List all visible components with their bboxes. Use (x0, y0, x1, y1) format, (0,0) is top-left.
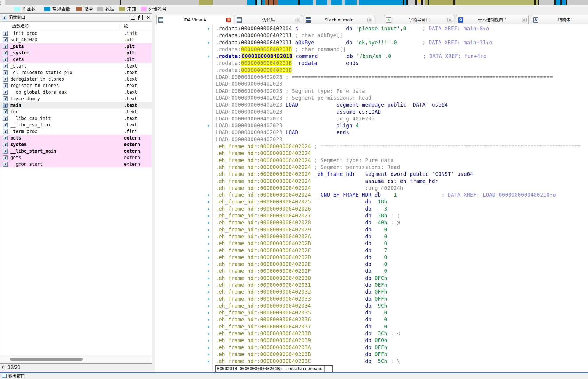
function-row[interactable]: f__gmon_start__extern (0, 161, 152, 167)
disasm-line[interactable]: .eh_frame_hdr:0000000000402028 db 40h ; … (155, 219, 588, 226)
disasm-line[interactable]: .eh_frame_hdr:000000000040203B db 0FFh (155, 351, 588, 358)
disasm-line[interactable]: .eh_frame_hdr:0000000000402030 db 0FCh (155, 275, 588, 282)
function-name[interactable]: system (10, 141, 26, 148)
function-name[interactable]: gets (10, 154, 21, 161)
function-row[interactable]: fsub_401020.plt (0, 37, 152, 43)
function-name[interactable]: deregister_tm_clones (10, 76, 64, 82)
tab-close-icon[interactable]: ✕ (226, 18, 231, 22)
navband-segment[interactable] (316, 0, 327, 5)
tab-close-icon[interactable]: ✕ (522, 18, 527, 22)
function-row[interactable]: fgetsextern (0, 154, 152, 161)
navband-segment[interactable] (345, 0, 357, 5)
disasm-line[interactable]: .eh_frame_hdr:0000000000402024 ;org 4020… (155, 185, 588, 192)
tab-close-icon[interactable]: ✕ (367, 18, 372, 22)
disassembly-view[interactable]: .rodata:0000000000402004 s db 'please in… (155, 24, 588, 372)
maximize-icon[interactable] (131, 16, 135, 20)
navband-segment[interactable] (331, 0, 342, 5)
disasm-line[interactable]: .eh_frame_hdr:0000000000402024 ; Segment… (155, 157, 588, 164)
disasm-line[interactable]: LOAD:0000000000402023 assume cs:LOAD (155, 109, 588, 115)
disasm-line[interactable]: .rodata:000000000040201B _rodata ends (155, 60, 588, 67)
tab-structs[interactable]: A结构体 (531, 15, 588, 24)
navigation-band[interactable] (5, 0, 588, 5)
function-name[interactable]: _dl_relocate_static_pie (10, 69, 72, 76)
disasm-line[interactable]: .rodata:000000000040201B ; char command[… (155, 46, 588, 53)
function-name[interactable]: _puts (10, 43, 24, 50)
function-name[interactable]: __gmon_start__ (10, 161, 48, 167)
navband-segment[interactable] (278, 0, 298, 5)
function-row[interactable]: f_dl_relocate_static_pie.text (0, 69, 152, 76)
tab-label[interactable]: 十六进制视图-1 (464, 17, 521, 23)
disasm-line[interactable]: .eh_frame_hdr:0000000000402025 db 1Bh (155, 198, 588, 205)
function-name[interactable]: register_tm_clones (10, 82, 59, 89)
function-row[interactable]: f__libc_csu_fini.text (0, 122, 152, 128)
function-name[interactable]: fun (10, 109, 18, 115)
function-row[interactable]: fmain.text (0, 102, 152, 109)
disasm-line[interactable]: .eh_frame_hdr:0000000000402027 db 3Bh ; … (155, 212, 588, 219)
function-name[interactable]: sub_401020 (10, 37, 37, 43)
function-row[interactable]: fsystemextern (0, 141, 152, 148)
navband-segment[interactable] (421, 0, 423, 5)
horizontal-scrollbar[interactable] (0, 355, 152, 363)
function-name[interactable]: puts (10, 135, 21, 141)
tab-label[interactable]: IDA View-A (165, 18, 225, 22)
function-name[interactable]: frame_dummy (10, 95, 40, 102)
navband-segment[interactable] (429, 0, 453, 5)
navband-segment[interactable] (274, 0, 278, 5)
function-row[interactable]: f__do_global_dtors_aux.text (0, 89, 152, 95)
function-row[interactable]: f_start.text (0, 63, 152, 69)
disasm-line[interactable]: .eh_frame_hdr:000000000040202C db 7 (155, 247, 588, 254)
navband-segment[interactable] (199, 0, 213, 5)
disasm-line[interactable]: .eh_frame_hdr:0000000000402024 ; =======… (155, 143, 588, 150)
navband-segment[interactable] (566, 0, 567, 5)
float-window-icon[interactable] (138, 16, 143, 20)
function-name[interactable]: main (10, 102, 21, 109)
disasm-line[interactable]: .eh_frame_hdr:0000000000402031 db 0EFh (155, 282, 588, 289)
disasm-line[interactable]: .eh_frame_hdr:000000000040203C db 5Ch ; … (155, 358, 588, 365)
function-row[interactable]: f_system.plt (0, 50, 152, 56)
function-row[interactable]: fregister_tm_clones.text (0, 82, 152, 89)
disasm-line[interactable]: .eh_frame_hdr:000000000040202F db 0 (155, 268, 588, 275)
disasm-line[interactable]: LOAD:0000000000402023 ; Segment permissi… (155, 95, 588, 101)
navband-segment[interactable] (562, 0, 566, 5)
column-header-name[interactable]: 函数名称 (12, 23, 29, 29)
navband-segment[interactable] (327, 0, 331, 5)
disasm-line[interactable]: .rodata:0000000000402004 s db 'please in… (155, 25, 588, 32)
disasm-line[interactable]: .eh_frame_hdr:0000000000402039 db 0F0h (155, 337, 588, 344)
disasm-line[interactable]: LOAD:0000000000402023 align 4 (155, 122, 588, 129)
navband-segment[interactable] (538, 0, 539, 5)
disasm-line[interactable]: .eh_frame_hdr:000000000040202B db 0 (155, 240, 588, 247)
navband-segment[interactable] (300, 0, 313, 5)
disasm-line[interactable]: .eh_frame_hdr:0000000000402034 db 9Ch (155, 303, 588, 309)
disasm-line[interactable]: .rodata:000000000040201B (155, 67, 588, 74)
tab-label[interactable]: 伪代码 (243, 17, 294, 23)
disasm-line[interactable]: .eh_frame_hdr:0000000000402024 assume cs… (155, 178, 588, 185)
function-row[interactable]: f_init_proc.init (0, 30, 152, 37)
functions-list-header[interactable]: 函数名称 段 (0, 22, 152, 30)
disasm-line[interactable]: .eh_frame_hdr:0000000000402037 db 0 (155, 323, 588, 330)
function-name[interactable]: __libc_csu_init (10, 115, 51, 122)
disasm-line[interactable]: .eh_frame_hdr:0000000000402026 db 3 (155, 206, 588, 212)
disasm-line[interactable]: .eh_frame_hdr:0000000000402024 __GNU_EH_… (155, 192, 588, 198)
output-window-bar[interactable]: 输出窗口 (0, 372, 588, 379)
navband-segment[interactable] (556, 0, 560, 5)
disasm-line[interactable]: LOAD:0000000000402023 ; Segment type: Pu… (155, 88, 588, 95)
tab-label[interactable]: 结构体 (539, 17, 588, 23)
disasm-line[interactable]: .eh_frame_hdr:000000000040202E db 0 (155, 261, 588, 268)
tab-label[interactable]: 字符串窗口 (392, 17, 446, 23)
function-row[interactable]: fputsextern (0, 135, 152, 141)
tab-close-icon[interactable]: ✕ (447, 18, 452, 22)
disasm-line[interactable]: .eh_frame_hdr:000000000040202D db 0 (155, 254, 588, 261)
column-header-segment[interactable]: 段 (121, 23, 128, 29)
disasm-line[interactable]: LOAD:0000000000402023 ; ================… (155, 74, 588, 81)
function-row[interactable]: f__libc_start_mainextern (0, 148, 152, 154)
navband-segment[interactable] (425, 0, 428, 5)
function-name[interactable]: _init_proc (10, 30, 37, 37)
disasm-line[interactable]: .eh_frame_hdr:0000000000402024 (155, 150, 588, 157)
disasm-line[interactable]: LOAD:0000000000402023 (155, 81, 588, 87)
disasm-line[interactable]: .rodata:0000000000402011 ; char aOkBye[] (155, 32, 588, 39)
navband-segment[interactable] (357, 0, 359, 5)
function-row[interactable]: f_puts.plt (0, 43, 152, 50)
disasm-line[interactable]: .rodata:000000000040201B command db '/bi… (155, 53, 588, 60)
disasm-line[interactable]: LOAD:0000000000402023 LOAD segment mempa… (155, 101, 588, 108)
tab-stack[interactable]: Stack of main✕ (304, 15, 374, 24)
